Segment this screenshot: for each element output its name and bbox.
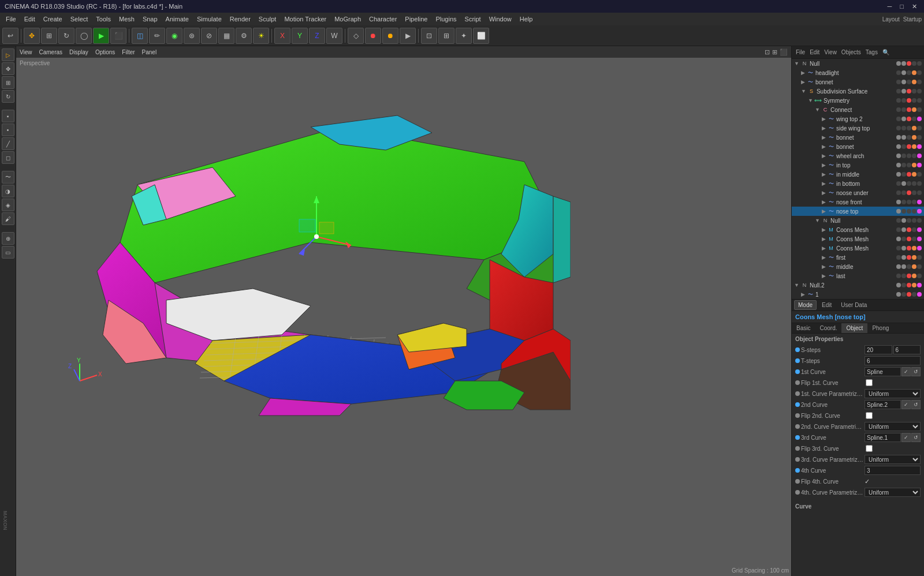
snap3-btn[interactable]: ✦	[456, 28, 472, 44]
props-coord-tab[interactable]: Coord.	[815, 323, 841, 333]
y-axis-btn[interactable]: Y	[292, 28, 308, 44]
tree-arrow-19[interactable]: ▶	[822, 227, 826, 233]
second-curve-clear-btn[interactable]: ↺	[911, 400, 921, 409]
menu-select[interactable]: Select	[67, 14, 92, 24]
props-phong-tab[interactable]: Phong	[867, 323, 893, 333]
light-btn[interactable]: ☀	[253, 28, 269, 44]
tree-arrow-6[interactable]: ▼	[815, 107, 820, 113]
paint-btn[interactable]: ◉	[166, 28, 182, 44]
third-curve-clear-btn[interactable]: ↺	[911, 433, 921, 442]
viewport-icon2[interactable]: ⊞	[772, 48, 777, 56]
pen-btn[interactable]: ✏	[149, 28, 165, 44]
viewport-cameras-menu[interactable]: Cameras	[39, 49, 63, 55]
tree-item-null[interactable]: ▼NNull	[792, 216, 924, 225]
tree-item-wheel-arch[interactable]: ▶〜wheel arch	[792, 151, 924, 160]
tree-arrow-7[interactable]: ▶	[822, 116, 826, 122]
nodes-btn[interactable]: ⊛	[184, 28, 200, 44]
polygon-btn[interactable]: ◻	[2, 151, 14, 164]
paint-tool-btn[interactable]: 🖌	[2, 212, 14, 225]
tree-arrow-1[interactable]: ▼	[794, 61, 799, 66]
rpanel-tags-btn[interactable]: Tags	[864, 48, 880, 56]
knife-btn[interactable]: ⊘	[201, 28, 217, 44]
third-curve-pick-btn[interactable]: ✓	[901, 433, 911, 442]
tree-item-headlight[interactable]: ▶〜headlight	[792, 68, 924, 77]
select-tool-btn[interactable]: ▷	[2, 48, 14, 61]
anim-record-btn[interactable]: ⏺	[382, 28, 398, 44]
rotate-tool-btn[interactable]: ↻	[2, 90, 14, 103]
scale-tool-btn[interactable]: ⊞	[2, 76, 14, 89]
tree-arrow-22[interactable]: ▶	[822, 255, 826, 260]
tree-arrow-12[interactable]: ▶	[822, 162, 826, 168]
viewport-panel-menu[interactable]: Panel	[142, 49, 157, 55]
menu-plugins[interactable]: Plugins	[432, 14, 460, 24]
menu-script[interactable]: Script	[461, 14, 485, 24]
menu-mesh[interactable]: Mesh	[116, 14, 138, 24]
tree-arrow-20[interactable]: ▶	[822, 236, 826, 242]
tree-item-nose-front[interactable]: ▶〜nose front	[792, 197, 924, 207]
window-controls[interactable]: ─ □ ✕	[885, 3, 919, 10]
tree-arrow-23[interactable]: ▶	[822, 264, 826, 270]
grid-btn[interactable]: ▦	[218, 28, 234, 44]
tree-arrow-14[interactable]: ▶	[822, 181, 826, 186]
tree-arrow-3[interactable]: ▶	[801, 79, 805, 85]
props-basic-tab[interactable]: Basic	[792, 323, 815, 333]
model-btn[interactable]: ▪	[2, 110, 14, 122]
tree-arrow-10[interactable]: ▶	[822, 144, 826, 149]
minimize-btn[interactable]: ─	[885, 3, 895, 10]
menu-tools[interactable]: Tools	[92, 14, 114, 24]
viewport-display-menu[interactable]: Display	[69, 49, 88, 55]
menu-help[interactable]: Help	[516, 14, 536, 24]
menu-edit[interactable]: Edit	[21, 14, 39, 24]
s-steps-input[interactable]	[865, 345, 892, 354]
tree-arrow-25[interactable]: ▼	[794, 282, 799, 288]
props-mode-tab[interactable]: Mode	[794, 300, 817, 310]
third-curve-param-select[interactable]: Uniform	[865, 455, 921, 464]
flip-second-curve-checkbox[interactable]	[866, 412, 873, 419]
tree-item-coons-mesh[interactable]: ▶MCoons Mesh	[792, 225, 924, 234]
axis-btn[interactable]: ⊕	[2, 232, 14, 245]
maximize-btn[interactable]: □	[897, 3, 906, 10]
props-userdata-tab[interactable]: User Data	[837, 300, 871, 310]
first-curve-pick-btn[interactable]: ✓	[901, 367, 911, 376]
move-btn[interactable]: ✥	[24, 28, 40, 44]
fourth-curve-param-select[interactable]: Uniform	[865, 488, 921, 497]
tree-item-last[interactable]: ▶〜last	[792, 271, 924, 280]
tree-arrow-17[interactable]: ▶	[822, 208, 826, 214]
tree-item-middle[interactable]: ▶〜middle	[792, 262, 924, 271]
rpanel-search-icon[interactable]: 🔍	[881, 48, 891, 56]
tree-arrow-4[interactable]: ▼	[801, 88, 806, 94]
menu-file[interactable]: File	[2, 14, 20, 24]
scale-btn[interactable]: ⊞	[41, 28, 57, 44]
select-btn[interactable]: ◯	[76, 28, 92, 44]
rotate-btn[interactable]: ↻	[58, 28, 74, 44]
z-axis-btn[interactable]: Z	[309, 28, 325, 44]
menu-snap[interactable]: Snap	[139, 14, 161, 24]
tree-item-1[interactable]: ▶〜1	[792, 290, 924, 299]
tree-item-side-wing-top[interactable]: ▶〜side wing top	[792, 124, 924, 133]
playback-btn[interactable]: ▶	[400, 28, 416, 44]
third-curve-input[interactable]	[865, 433, 901, 442]
render-btn[interactable]: ⬛	[110, 28, 126, 44]
tree-arrow-18[interactable]: ▼	[815, 218, 820, 223]
undo-btn[interactable]: ↩	[2, 28, 18, 44]
first-curve-param-select[interactable]: Uniform	[865, 389, 921, 398]
tree-item-bonnet[interactable]: ▶〜bonnet	[792, 77, 924, 87]
tree-item-first[interactable]: ▶〜first	[792, 253, 924, 262]
tree-item-nose-top[interactable]: ▶〜nose top	[792, 207, 924, 216]
menu-window[interactable]: Window	[486, 14, 515, 24]
tree-arrow-11[interactable]: ▶	[822, 153, 826, 159]
s-steps-input2[interactable]	[893, 345, 921, 354]
edges-btn[interactable]: ╱	[2, 137, 14, 150]
rpanel-objects-btn[interactable]: Objects	[840, 48, 863, 56]
render-view-btn[interactable]: ▶	[93, 28, 109, 44]
viewport-icon3[interactable]: ⬛	[780, 48, 788, 56]
menu-sculpt[interactable]: Sculpt	[255, 14, 280, 24]
first-curve-clear-btn[interactable]: ↺	[911, 367, 921, 376]
menu-animate[interactable]: Animate	[162, 14, 192, 24]
tree-item-coons-mesh[interactable]: ▶MCoons Mesh	[792, 234, 924, 244]
floor-btn[interactable]: ▭	[2, 246, 14, 259]
viewport-view-menu[interactable]: View	[20, 49, 32, 55]
tree-arrow-8[interactable]: ▶	[822, 125, 826, 131]
menu-motion-tracker[interactable]: Motion Tracker	[281, 14, 330, 24]
viewport-filter-menu[interactable]: Filter	[122, 49, 135, 55]
